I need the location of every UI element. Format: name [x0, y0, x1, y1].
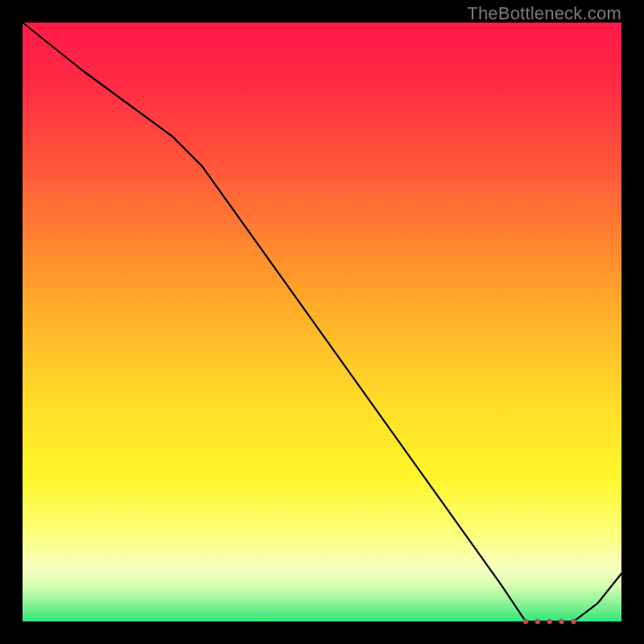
watermark-text: TheBottleneck.com: [467, 3, 621, 24]
chart-line: [23, 23, 621, 621]
chart-marker: [523, 619, 528, 624]
chart-marker: [547, 619, 552, 624]
chart-marker: [571, 619, 576, 624]
chart-marker: [559, 619, 564, 624]
chart-stage: TheBottleneck.com: [0, 0, 644, 644]
chart-marker: [535, 619, 540, 624]
chart-svg: [23, 23, 621, 621]
plot-area: [23, 23, 621, 621]
